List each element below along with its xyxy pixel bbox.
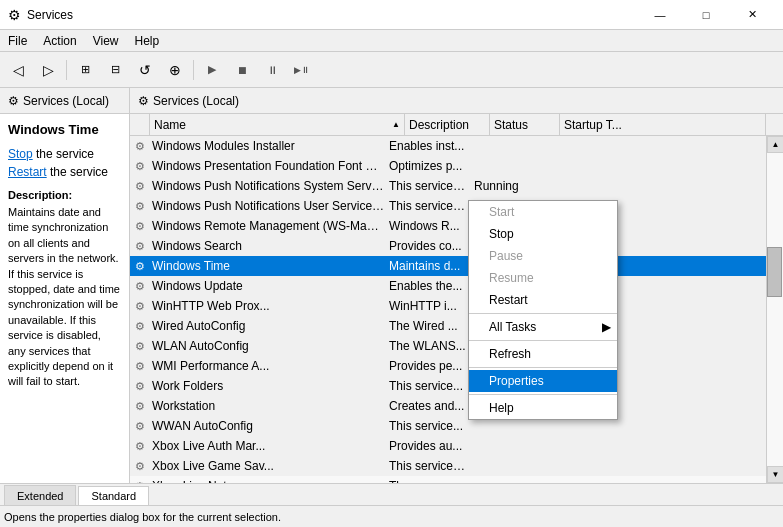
service-row-name: Windows Push Notifications User Service_… xyxy=(150,199,385,213)
toolbar-play[interactable]: ▶ xyxy=(198,56,226,84)
table-row[interactable]: ⚙ Workstation Creates and... Running xyxy=(130,396,783,416)
minimize-button[interactable]: — xyxy=(637,0,683,30)
col-header-status[interactable]: Status xyxy=(490,114,560,135)
description-section: Description: Maintains date and time syn… xyxy=(8,189,121,390)
service-row-desc: This service ... xyxy=(385,179,470,193)
menu-help[interactable]: Help xyxy=(127,30,168,52)
table-row[interactable]: ⚙ Wired AutoConfig The Wired ... xyxy=(130,316,783,336)
sort-arrow: ▲ xyxy=(392,120,400,129)
column-headers: Name ▲ Description Status Startup T... xyxy=(130,114,783,136)
ctx-sep-4 xyxy=(469,394,617,395)
ctx-pause[interactable]: Pause xyxy=(469,245,617,267)
table-row[interactable]: ⚙ Windows Remote Management (WS-Manag...… xyxy=(130,216,783,236)
ctx-refresh[interactable]: Refresh xyxy=(469,343,617,365)
service-row-desc: Provides pe... xyxy=(385,359,470,373)
toolbar-back[interactable]: ◁ xyxy=(4,56,32,84)
ctx-all-tasks[interactable]: All Tasks ▶ xyxy=(469,316,617,338)
service-row-status: Running xyxy=(470,179,540,193)
table-row[interactable]: ⚙ WMI Performance A... Provides pe... xyxy=(130,356,783,376)
service-row-icon: ⚙ xyxy=(130,400,150,413)
close-button[interactable]: ✕ xyxy=(729,0,775,30)
service-row-icon: ⚙ xyxy=(130,280,150,293)
service-row-name: Windows Search xyxy=(150,239,385,253)
service-row-icon: ⚙ xyxy=(130,420,150,433)
table-row[interactable]: ⚙ WWAN AutoConfig This service... xyxy=(130,416,783,436)
table-row[interactable]: ⚙ Windows Presentation Foundation Font C… xyxy=(130,156,783,176)
title-bar: ⚙ Services — □ ✕ xyxy=(0,0,783,30)
ctx-properties[interactable]: Properties xyxy=(469,370,617,392)
ctx-help[interactable]: Help xyxy=(469,397,617,419)
left-panel-content: Windows Time Stop the service Restart th… xyxy=(0,114,129,483)
service-row-desc: This service... xyxy=(385,379,470,393)
ctx-resume[interactable]: Resume xyxy=(469,267,617,289)
col-header-startup[interactable]: Startup T... xyxy=(560,114,766,135)
service-row-desc: Provides co... xyxy=(385,239,470,253)
table-row[interactable]: ⚙ Work Folders This service... xyxy=(130,376,783,396)
submenu-arrow: ▶ xyxy=(602,320,611,334)
col-header-name[interactable]: Name ▲ xyxy=(150,114,405,135)
description-title: Description: xyxy=(8,189,121,201)
maximize-button[interactable]: □ xyxy=(683,0,729,30)
table-row[interactable]: ⚙ WLAN AutoConfig The WLANS... Running xyxy=(130,336,783,356)
ctx-sep-1 xyxy=(469,313,617,314)
service-name: Windows Time xyxy=(8,122,121,137)
table-row[interactable]: ⚙ Windows Push Notifications User Servic… xyxy=(130,196,783,216)
menu-view[interactable]: View xyxy=(85,30,127,52)
service-row-name: WWAN AutoConfig xyxy=(150,419,385,433)
service-row-desc: The Wired ... xyxy=(385,319,470,333)
restart-link[interactable]: Restart xyxy=(8,165,47,179)
service-row-icon: ⚙ xyxy=(130,320,150,333)
toolbar-up-tree[interactable]: ⊞ xyxy=(71,56,99,84)
service-row-name: Work Folders xyxy=(150,379,385,393)
menu-file[interactable]: File xyxy=(0,30,35,52)
table-row[interactable]: ⚙ Windows Push Notifications System Serv… xyxy=(130,176,783,196)
scroll-thumb[interactable] xyxy=(767,247,782,297)
toolbar-forward[interactable]: ▷ xyxy=(34,56,62,84)
col-header-desc[interactable]: Description xyxy=(405,114,490,135)
tab-extended[interactable]: Extended xyxy=(4,485,76,505)
menu-action[interactable]: Action xyxy=(35,30,84,52)
table-row[interactable]: ⚙ Xbox Live Auth Mar... Provides au... xyxy=(130,436,783,456)
ctx-start[interactable]: Start xyxy=(469,201,617,223)
ctx-sep-2 xyxy=(469,340,617,341)
status-bar: Opens the properties dialog box for the … xyxy=(0,505,783,527)
table-row[interactable]: ⚙ Windows Update Enables the... xyxy=(130,276,783,296)
table-row[interactable]: ⚙ Windows Search Provides co... Running xyxy=(130,236,783,256)
stop-link[interactable]: Stop xyxy=(8,147,33,161)
scroll-down-btn[interactable]: ▼ xyxy=(767,466,783,483)
service-row-name: Windows Update xyxy=(150,279,385,293)
content-area: ⚙ Services (Local) Windows Time Stop the… xyxy=(0,88,783,483)
toolbar-pause[interactable]: ⏸ xyxy=(258,56,286,84)
vertical-scrollbar[interactable]: ▲ ▼ xyxy=(766,136,783,483)
services-list-container: ⚙ Windows Modules Installer Enables inst… xyxy=(130,136,783,483)
right-panel-header-text: Services (Local) xyxy=(153,94,239,108)
table-row[interactable]: ⚙ Windows Time Maintains d... Running xyxy=(130,256,783,276)
toolbar-show-hide[interactable]: ⊟ xyxy=(101,56,129,84)
service-row-desc: Provides au... xyxy=(385,439,470,453)
service-row-name: Windows Push Notifications System Servic… xyxy=(150,179,385,193)
service-row-name: Xbox Live Auth Mar... xyxy=(150,439,385,453)
service-row-icon: ⚙ xyxy=(130,200,150,213)
split-container: ⚙ Services (Local) Windows Time Stop the… xyxy=(0,88,783,483)
service-row-name: WMI Performance A... xyxy=(150,359,385,373)
title-bar-controls: — □ ✕ xyxy=(637,0,775,30)
stop-text: the service xyxy=(33,147,94,161)
toolbar-export[interactable]: ⊕ xyxy=(161,56,189,84)
services-list: ⚙ Windows Modules Installer Enables inst… xyxy=(130,136,783,483)
toolbar-restart[interactable]: ▶⏸ xyxy=(288,56,316,84)
service-row-icon: ⚙ xyxy=(130,140,150,153)
toolbar-stop[interactable]: ⏹ xyxy=(228,56,256,84)
service-row-icon: ⚙ xyxy=(130,180,150,193)
toolbar-divider-2 xyxy=(193,60,194,80)
scroll-up-btn[interactable]: ▲ xyxy=(767,136,783,153)
ctx-restart[interactable]: Restart xyxy=(469,289,617,311)
ctx-stop[interactable]: Stop xyxy=(469,223,617,245)
table-row[interactable]: ⚙ Xbox Live Netw... Tl... xyxy=(130,476,783,483)
service-row-name: WLAN AutoConfig xyxy=(150,339,385,353)
table-row[interactable]: ⚙ Xbox Live Game Sav... This service ... xyxy=(130,456,783,476)
table-row[interactable]: ⚙ Windows Modules Installer Enables inst… xyxy=(130,136,783,156)
toolbar-refresh[interactable]: ↺ xyxy=(131,56,159,84)
tab-standard[interactable]: Standard xyxy=(78,486,149,506)
table-row[interactable]: ⚙ WinHTTP Web Prox... WinHTTP i... Runni… xyxy=(130,296,783,316)
toolbar: ◁ ▷ ⊞ ⊟ ↺ ⊕ ▶ ⏹ ⏸ ▶⏸ xyxy=(0,52,783,88)
